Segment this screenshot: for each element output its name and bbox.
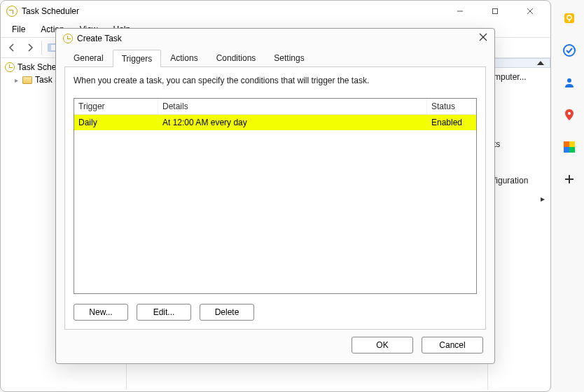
app-title: Task Scheduler: [22, 6, 79, 16]
svg-point-15: [568, 112, 571, 115]
add-icon[interactable]: [562, 172, 576, 186]
close-button[interactable]: [520, 4, 541, 19]
actions-item-submenu[interactable]: [488, 190, 550, 208]
window-controls: [450, 4, 545, 19]
edit-button[interactable]: Edit...: [137, 304, 191, 321]
svg-rect-1: [493, 9, 498, 14]
tab-description: When you create a task, you can specify …: [74, 76, 477, 85]
tab-settings[interactable]: Settings: [265, 49, 313, 66]
chevron-right-icon: ▸: [15, 76, 18, 84]
svg-point-14: [567, 78, 571, 83]
color-icon[interactable]: [562, 140, 576, 154]
menu-file[interactable]: File: [5, 23, 32, 36]
back-button[interactable]: [4, 39, 20, 56]
cell-trigger: Daily: [74, 115, 158, 130]
cancel-button[interactable]: Cancel: [422, 337, 483, 354]
new-button[interactable]: New...: [74, 304, 128, 321]
forward-button[interactable]: [22, 39, 39, 56]
tab-actions[interactable]: Actions: [161, 49, 207, 66]
dialog-title: Create Task: [77, 34, 122, 43]
cell-details: At 12:00 AM every day: [158, 115, 427, 130]
col-status[interactable]: Status: [427, 99, 476, 114]
clock-icon: [5, 62, 15, 72]
dialog-titlebar: Create Task: [56, 29, 494, 48]
titlebar: Task Scheduler: [1, 1, 550, 22]
triangle-up-icon: [537, 61, 544, 65]
ok-button[interactable]: OK: [352, 337, 413, 354]
actions-header[interactable]: [488, 58, 550, 68]
svg-rect-16: [564, 141, 569, 147]
app-icon: [6, 6, 18, 17]
svg-rect-18: [564, 147, 569, 153]
tabstrip: General Triggers Actions Conditions Sett…: [64, 49, 486, 67]
svg-rect-5: [48, 44, 51, 51]
list-header: Trigger Details Status: [74, 99, 476, 115]
keep-icon[interactable]: [562, 11, 576, 25]
cell-status: Enabled: [427, 115, 476, 130]
minimize-button[interactable]: [450, 4, 471, 19]
actions-item[interactable]: figuration: [488, 172, 550, 190]
list-row[interactable]: Daily At 12:00 AM every day Enabled: [74, 115, 476, 130]
svg-rect-17: [569, 141, 575, 147]
clock-icon: [63, 34, 73, 43]
toolbar-separator: [41, 41, 42, 55]
tab-conditions[interactable]: Conditions: [207, 49, 265, 66]
triggers-list[interactable]: Trigger Details Status Daily At 12:00 AM…: [74, 98, 477, 294]
button-row: New... Edit... Delete: [74, 304, 477, 321]
tree-root-label: Task Sche: [18, 62, 56, 72]
delete-button[interactable]: Delete: [200, 304, 254, 321]
svg-rect-19: [569, 147, 575, 153]
svg-point-13: [564, 45, 575, 56]
col-trigger[interactable]: Trigger: [74, 99, 158, 114]
tab-content: When you create a task, you can specify …: [64, 67, 486, 330]
person-icon[interactable]: [562, 76, 576, 90]
create-task-dialog: Create Task General Triggers Actions Con…: [55, 28, 495, 364]
maps-icon[interactable]: [562, 108, 576, 122]
tab-triggers[interactable]: Triggers: [113, 50, 162, 67]
dialog-close-button[interactable]: [479, 33, 487, 43]
actions-panel: mputer... ts figuration: [487, 58, 550, 390]
tab-general[interactable]: General: [64, 49, 113, 66]
col-details[interactable]: Details: [158, 99, 427, 114]
side-toolbar: [555, 6, 584, 186]
maximize-button[interactable]: [485, 4, 506, 19]
actions-item[interactable]: mputer...: [488, 68, 550, 86]
dialog-footer: OK Cancel: [56, 337, 494, 363]
check-icon[interactable]: [562, 43, 576, 57]
folder-icon: [22, 76, 32, 84]
actions-item[interactable]: ts: [488, 135, 550, 153]
dialog-body: General Triggers Actions Conditions Sett…: [56, 48, 494, 337]
